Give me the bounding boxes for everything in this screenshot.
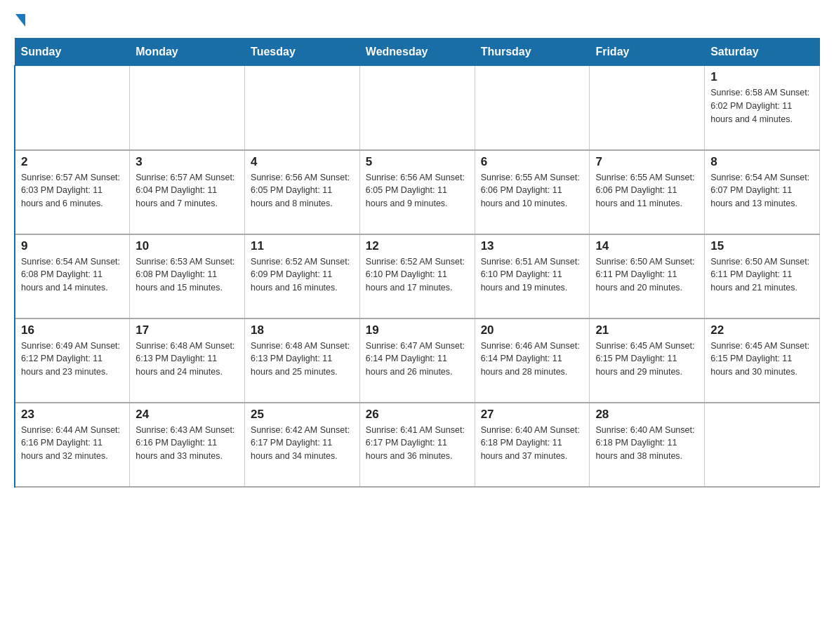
calendar-cell: 9Sunrise: 6:54 AM Sunset: 6:08 PM Daylig… — [15, 234, 130, 318]
day-info: Sunrise: 6:45 AM Sunset: 6:15 PM Dayligh… — [710, 340, 814, 379]
calendar-cell: 16Sunrise: 6:49 AM Sunset: 6:12 PM Dayli… — [15, 318, 130, 403]
day-number: 13 — [481, 239, 584, 253]
day-info: Sunrise: 6:56 AM Sunset: 6:05 PM Dayligh… — [251, 171, 354, 210]
day-info: Sunrise: 6:57 AM Sunset: 6:03 PM Dayligh… — [21, 171, 124, 210]
calendar-cell — [15, 66, 130, 150]
calendar-cell: 23Sunrise: 6:44 AM Sunset: 6:16 PM Dayli… — [15, 403, 130, 487]
day-number: 6 — [481, 155, 584, 169]
day-number: 24 — [135, 408, 239, 422]
day-number: 3 — [135, 155, 239, 169]
day-info: Sunrise: 6:55 AM Sunset: 6:06 PM Dayligh… — [481, 171, 584, 210]
weekday-header-monday: Monday — [130, 39, 245, 66]
day-info: Sunrise: 6:58 AM Sunset: 6:02 PM Dayligh… — [710, 86, 814, 126]
calendar-cell: 8Sunrise: 6:54 AM Sunset: 6:07 PM Daylig… — [705, 150, 820, 234]
weekday-header-row: SundayMondayTuesdayWednesdayThursdayFrid… — [15, 39, 820, 66]
weekday-header-saturday: Saturday — [705, 39, 820, 66]
day-info: Sunrise: 6:40 AM Sunset: 6:18 PM Dayligh… — [481, 424, 584, 463]
day-info: Sunrise: 6:44 AM Sunset: 6:16 PM Dayligh… — [21, 424, 124, 463]
day-number: 11 — [251, 239, 354, 253]
calendar-cell — [590, 66, 705, 150]
calendar-week-row: 16Sunrise: 6:49 AM Sunset: 6:12 PM Dayli… — [15, 318, 820, 403]
calendar-cell: 11Sunrise: 6:52 AM Sunset: 6:09 PM Dayli… — [245, 234, 360, 318]
calendar-cell: 24Sunrise: 6:43 AM Sunset: 6:16 PM Dayli… — [130, 403, 245, 487]
calendar-cell: 19Sunrise: 6:47 AM Sunset: 6:14 PM Dayli… — [359, 318, 475, 403]
logo-arrow-icon — [15, 14, 25, 27]
calendar-cell: 7Sunrise: 6:55 AM Sunset: 6:06 PM Daylig… — [590, 150, 705, 234]
day-number: 8 — [710, 155, 814, 169]
weekday-header-thursday: Thursday — [475, 39, 590, 66]
calendar-cell: 28Sunrise: 6:40 AM Sunset: 6:18 PM Dayli… — [590, 403, 705, 487]
day-info: Sunrise: 6:46 AM Sunset: 6:14 PM Dayligh… — [481, 340, 584, 379]
calendar-cell — [359, 66, 475, 150]
day-info: Sunrise: 6:40 AM Sunset: 6:18 PM Dayligh… — [595, 424, 699, 463]
calendar-week-row: 2Sunrise: 6:57 AM Sunset: 6:03 PM Daylig… — [15, 150, 820, 234]
day-info: Sunrise: 6:47 AM Sunset: 6:14 PM Dayligh… — [366, 340, 469, 379]
weekday-header-wednesday: Wednesday — [359, 39, 475, 66]
calendar-cell: 5Sunrise: 6:56 AM Sunset: 6:05 PM Daylig… — [359, 150, 475, 234]
day-info: Sunrise: 6:54 AM Sunset: 6:08 PM Dayligh… — [21, 255, 124, 295]
calendar-cell: 10Sunrise: 6:53 AM Sunset: 6:08 PM Dayli… — [130, 234, 245, 318]
calendar-cell: 12Sunrise: 6:52 AM Sunset: 6:10 PM Dayli… — [359, 234, 475, 318]
day-info: Sunrise: 6:50 AM Sunset: 6:11 PM Dayligh… — [595, 255, 699, 295]
day-info: Sunrise: 6:52 AM Sunset: 6:10 PM Dayligh… — [366, 255, 469, 295]
day-info: Sunrise: 6:48 AM Sunset: 6:13 PM Dayligh… — [135, 340, 239, 379]
day-info: Sunrise: 6:48 AM Sunset: 6:13 PM Dayligh… — [251, 340, 354, 379]
day-number: 12 — [366, 239, 469, 253]
calendar-cell: 20Sunrise: 6:46 AM Sunset: 6:14 PM Dayli… — [475, 318, 590, 403]
day-info: Sunrise: 6:49 AM Sunset: 6:12 PM Dayligh… — [21, 340, 124, 379]
day-info: Sunrise: 6:53 AM Sunset: 6:08 PM Dayligh… — [135, 255, 239, 295]
calendar-week-row: 1Sunrise: 6:58 AM Sunset: 6:02 PM Daylig… — [15, 66, 820, 150]
day-number: 9 — [21, 239, 124, 253]
calendar-week-row: 23Sunrise: 6:44 AM Sunset: 6:16 PM Dayli… — [15, 403, 820, 487]
day-info: Sunrise: 6:50 AM Sunset: 6:11 PM Dayligh… — [710, 255, 814, 295]
day-number: 28 — [595, 408, 699, 422]
day-number: 23 — [21, 408, 124, 422]
day-number: 25 — [251, 408, 354, 422]
day-info: Sunrise: 6:43 AM Sunset: 6:16 PM Dayligh… — [135, 424, 239, 463]
day-number: 7 — [595, 155, 699, 169]
day-number: 27 — [481, 408, 584, 422]
day-number: 15 — [710, 239, 814, 253]
calendar-cell: 14Sunrise: 6:50 AM Sunset: 6:11 PM Dayli… — [590, 234, 705, 318]
day-info: Sunrise: 6:45 AM Sunset: 6:15 PM Dayligh… — [595, 340, 699, 379]
day-number: 14 — [595, 239, 699, 253]
day-number: 18 — [251, 323, 354, 337]
day-number: 1 — [710, 70, 814, 84]
calendar-cell: 22Sunrise: 6:45 AM Sunset: 6:15 PM Dayli… — [705, 318, 820, 403]
logo — [14, 14, 25, 31]
day-number: 19 — [366, 323, 469, 337]
day-number: 26 — [366, 408, 469, 422]
day-number: 20 — [481, 323, 584, 337]
calendar-cell: 1Sunrise: 6:58 AM Sunset: 6:02 PM Daylig… — [705, 66, 820, 150]
day-number: 5 — [366, 155, 469, 169]
day-info: Sunrise: 6:55 AM Sunset: 6:06 PM Dayligh… — [595, 171, 699, 210]
day-number: 2 — [21, 155, 124, 169]
calendar-cell: 3Sunrise: 6:57 AM Sunset: 6:04 PM Daylig… — [130, 150, 245, 234]
calendar-cell: 26Sunrise: 6:41 AM Sunset: 6:17 PM Dayli… — [359, 403, 475, 487]
weekday-header-friday: Friday — [590, 39, 705, 66]
day-info: Sunrise: 6:54 AM Sunset: 6:07 PM Dayligh… — [710, 171, 814, 210]
day-number: 17 — [135, 323, 239, 337]
calendar-cell: 25Sunrise: 6:42 AM Sunset: 6:17 PM Dayli… — [245, 403, 360, 487]
page-header — [14, 14, 820, 31]
day-info: Sunrise: 6:51 AM Sunset: 6:10 PM Dayligh… — [481, 255, 584, 295]
calendar-cell: 21Sunrise: 6:45 AM Sunset: 6:15 PM Dayli… — [590, 318, 705, 403]
day-info: Sunrise: 6:42 AM Sunset: 6:17 PM Dayligh… — [251, 424, 354, 463]
calendar-cell: 6Sunrise: 6:55 AM Sunset: 6:06 PM Daylig… — [475, 150, 590, 234]
weekday-header-sunday: Sunday — [15, 39, 130, 66]
calendar-week-row: 9Sunrise: 6:54 AM Sunset: 6:08 PM Daylig… — [15, 234, 820, 318]
calendar-cell: 27Sunrise: 6:40 AM Sunset: 6:18 PM Dayli… — [475, 403, 590, 487]
day-info: Sunrise: 6:41 AM Sunset: 6:17 PM Dayligh… — [366, 424, 469, 463]
calendar-cell — [705, 403, 820, 487]
calendar-cell: 15Sunrise: 6:50 AM Sunset: 6:11 PM Dayli… — [705, 234, 820, 318]
calendar-cell: 4Sunrise: 6:56 AM Sunset: 6:05 PM Daylig… — [245, 150, 360, 234]
calendar-table: SundayMondayTuesdayWednesdayThursdayFrid… — [14, 38, 820, 488]
day-number: 21 — [595, 323, 699, 337]
day-info: Sunrise: 6:56 AM Sunset: 6:05 PM Dayligh… — [366, 171, 469, 210]
day-number: 22 — [710, 323, 814, 337]
calendar-cell: 13Sunrise: 6:51 AM Sunset: 6:10 PM Dayli… — [475, 234, 590, 318]
weekday-header-tuesday: Tuesday — [245, 39, 360, 66]
calendar-cell — [130, 66, 245, 150]
calendar-cell — [245, 66, 360, 150]
day-number: 4 — [251, 155, 354, 169]
